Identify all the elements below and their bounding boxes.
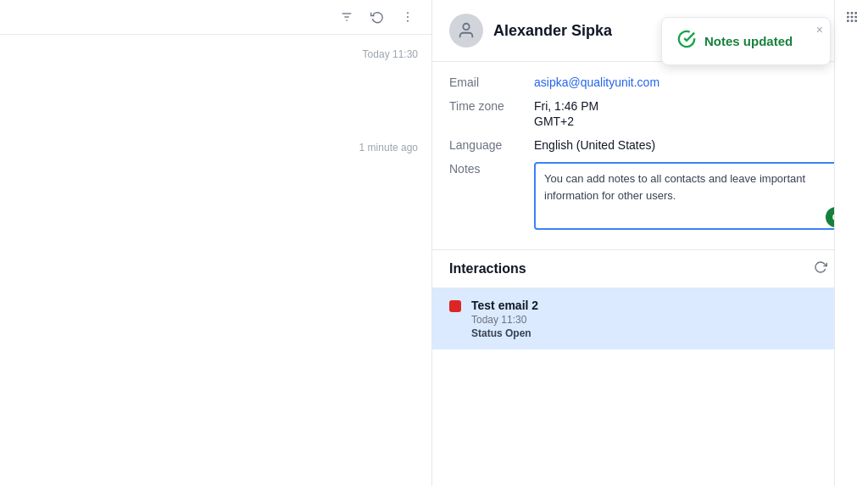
- language-row: Language English (United States): [449, 138, 851, 152]
- svg-rect-13: [847, 20, 849, 22]
- toast-message: Notes updated: [704, 34, 793, 48]
- interactions-section: Interactions Test email 2 T: [432, 250, 868, 486]
- notes-input[interactable]: You can add notes to all contacts and le…: [534, 162, 851, 230]
- svg-rect-9: [854, 12, 857, 14]
- left-toolbar: [0, 0, 431, 35]
- interaction-title: Test email 2: [471, 299, 538, 312]
- svg-rect-8: [850, 12, 853, 14]
- interaction-status: Status Open: [471, 327, 538, 339]
- language-value: English (United States): [534, 138, 655, 152]
- left-panel: Today 11:30 1 minute ago: [0, 0, 432, 486]
- timezone-value: Fri, 1:46 PM GMT+2: [534, 99, 598, 128]
- language-label: Language: [449, 138, 534, 152]
- timezone-row: Time zone Fri, 1:46 PM GMT+2: [449, 99, 851, 128]
- toast-notification: × Notes updated: [661, 17, 831, 65]
- interaction-details: Test email 2 Today 11:30 Status Open: [471, 299, 538, 339]
- notes-label: Notes: [449, 162, 534, 176]
- interaction-status-indicator: [449, 300, 461, 312]
- timestamp-second: 1 minute ago: [14, 142, 418, 154]
- svg-rect-12: [854, 16, 857, 19]
- interaction-item[interactable]: Test email 2 Today 11:30 Status Open: [432, 288, 868, 349]
- more-options-icon[interactable]: [398, 7, 418, 27]
- notes-row: Notes You can add notes to all contacts …: [449, 162, 851, 232]
- filter-icon[interactable]: [337, 7, 357, 27]
- toast-close-button[interactable]: ×: [816, 23, 823, 36]
- toast-check-icon: [677, 30, 696, 53]
- email-label: Email: [449, 75, 534, 89]
- svg-rect-11: [850, 16, 853, 19]
- notes-textarea-wrapper: You can add notes to all contacts and le…: [534, 162, 851, 232]
- interactions-title: Interactions: [449, 261, 814, 277]
- history-icon[interactable]: [367, 7, 387, 27]
- timezone-label: Time zone: [449, 99, 534, 113]
- svg-point-5: [407, 20, 409, 22]
- svg-point-6: [463, 24, 469, 30]
- svg-point-4: [407, 16, 409, 18]
- refresh-icon[interactable]: [814, 260, 827, 277]
- contact-details: Email asipka@qualityunit.com Time zone F…: [432, 62, 868, 250]
- left-content: Today 11:30 1 minute ago: [0, 35, 431, 486]
- svg-rect-14: [850, 20, 853, 22]
- right-panel: Alexander Sipka Email asipka@qualityunit…: [432, 0, 868, 486]
- svg-rect-7: [847, 12, 849, 14]
- contact-name: Alexander Sipka: [493, 22, 612, 40]
- interactions-header: Interactions: [432, 250, 868, 288]
- avatar: [449, 14, 483, 47]
- svg-point-3: [407, 12, 409, 14]
- email-value[interactable]: asipka@qualityunit.com: [534, 75, 659, 89]
- interaction-time: Today 11:30: [471, 314, 538, 326]
- svg-rect-15: [854, 20, 857, 22]
- svg-rect-10: [847, 16, 849, 19]
- right-sidebar: [834, 0, 868, 486]
- grid-icon[interactable]: [845, 10, 859, 28]
- timestamp-first: Today 11:30: [14, 48, 418, 60]
- email-row: Email asipka@qualityunit.com: [449, 75, 851, 89]
